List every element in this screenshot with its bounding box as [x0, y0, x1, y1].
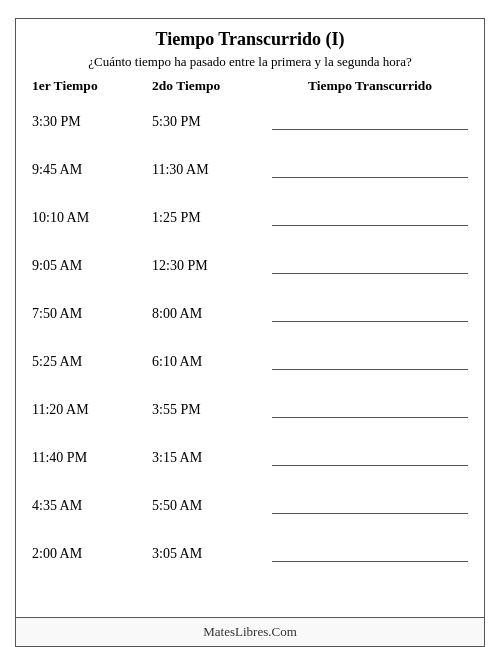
footer: MatesLibres.Com — [16, 617, 484, 646]
second-time-cell: 12:30 PM — [152, 258, 272, 274]
second-time-cell: 1:25 PM — [152, 210, 272, 226]
second-time-cell: 5:50 AM — [152, 498, 272, 514]
second-time-cell: 5:30 PM — [152, 114, 272, 130]
answer-line[interactable] — [272, 350, 468, 370]
answer-line[interactable] — [272, 494, 468, 514]
first-time-cell: 11:40 PM — [32, 450, 152, 466]
first-time-cell: 5:25 AM — [32, 354, 152, 370]
second-time-cell: 3:05 AM — [152, 546, 272, 562]
second-time-cell: 3:15 AM — [152, 450, 272, 466]
table-row: 11:20 AM3:55 PM — [32, 384, 468, 432]
answer-line-container — [272, 206, 468, 230]
answer-line[interactable] — [272, 446, 468, 466]
first-time-cell: 11:20 AM — [32, 402, 152, 418]
answer-line[interactable] — [272, 398, 468, 418]
rows-container: 3:30 PM5:30 PM9:45 AM11:30 AM10:10 AM1:2… — [16, 96, 484, 617]
second-time-cell: 11:30 AM — [152, 162, 272, 178]
first-time-cell: 9:05 AM — [32, 258, 152, 274]
answer-line[interactable] — [272, 542, 468, 562]
first-time-cell: 9:45 AM — [32, 162, 152, 178]
table-row: 10:10 AM1:25 PM — [32, 192, 468, 240]
answer-line-container — [272, 350, 468, 374]
first-time-cell: 7:50 AM — [32, 306, 152, 322]
answer-line-container — [272, 494, 468, 518]
table-row: 3:30 PM5:30 PM — [32, 96, 468, 144]
answer-line-container — [272, 158, 468, 182]
answer-line[interactable] — [272, 254, 468, 274]
worksheet-title: Tiempo Transcurrido (I) — [16, 19, 484, 54]
col-header-first: 1er Tiempo — [32, 78, 152, 94]
table-row: 11:40 PM3:15 AM — [32, 432, 468, 480]
answer-line-container — [272, 542, 468, 566]
second-time-cell: 6:10 AM — [152, 354, 272, 370]
col-header-elapsed: Tiempo Transcurrido — [272, 78, 468, 94]
table-row: 9:05 AM12:30 PM — [32, 240, 468, 288]
second-time-cell: 3:55 PM — [152, 402, 272, 418]
answer-line-container — [272, 446, 468, 470]
answer-line[interactable] — [272, 158, 468, 178]
table-row: 7:50 AM8:00 AM — [32, 288, 468, 336]
answer-line[interactable] — [272, 110, 468, 130]
table-row: 4:35 AM5:50 AM — [32, 480, 468, 528]
first-time-cell: 4:35 AM — [32, 498, 152, 514]
answer-line-container — [272, 398, 468, 422]
first-time-cell: 2:00 AM — [32, 546, 152, 562]
table-row: 9:45 AM11:30 AM — [32, 144, 468, 192]
answer-line-container — [272, 302, 468, 326]
answer-line-container — [272, 254, 468, 278]
table-row: 2:00 AM3:05 AM — [32, 528, 468, 576]
first-time-cell: 10:10 AM — [32, 210, 152, 226]
answer-line[interactable] — [272, 302, 468, 322]
answer-line[interactable] — [272, 206, 468, 226]
table-row: 5:25 AM6:10 AM — [32, 336, 468, 384]
answer-line-container — [272, 110, 468, 134]
worksheet-subtitle: ¿Cuánto tiempo ha pasado entre la primer… — [16, 54, 484, 78]
col-header-second: 2do Tiempo — [152, 78, 272, 94]
column-headers: 1er Tiempo 2do Tiempo Tiempo Transcurrid… — [16, 78, 484, 94]
worksheet-container: Tiempo Transcurrido (I) ¿Cuánto tiempo h… — [15, 18, 485, 647]
first-time-cell: 3:30 PM — [32, 114, 152, 130]
second-time-cell: 8:00 AM — [152, 306, 272, 322]
